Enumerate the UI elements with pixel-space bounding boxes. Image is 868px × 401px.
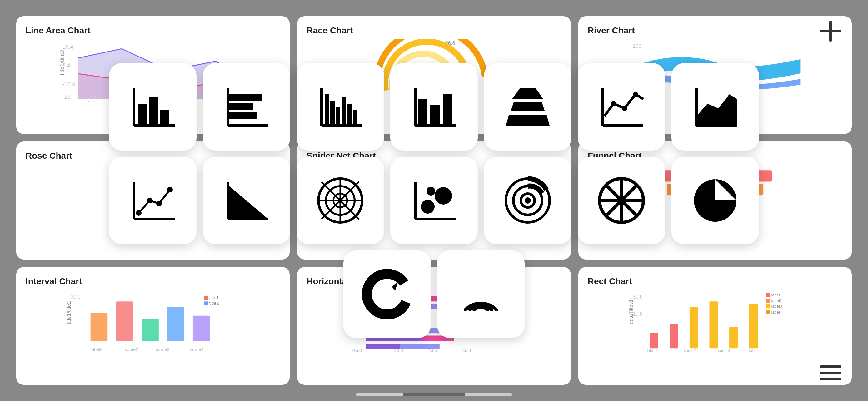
bubble-chart-icon — [409, 175, 459, 226]
svg-point-116 — [633, 92, 638, 97]
plus-icon — [819, 20, 841, 42]
svg-rect-90 — [160, 110, 169, 126]
svg-rect-93 — [228, 94, 262, 101]
donut-chart-icon — [362, 269, 412, 319]
svg-rect-94 — [228, 103, 253, 110]
bar-chart-icon-btn[interactable] — [109, 63, 196, 151]
svg-point-122 — [136, 210, 142, 216]
radar-icon — [315, 175, 365, 226]
svg-marker-119 — [696, 94, 737, 126]
hamburger-line-3 — [819, 378, 841, 380]
target-icon — [503, 175, 553, 226]
target-icon-btn[interactable] — [484, 157, 571, 244]
svg-marker-128 — [228, 185, 269, 219]
svg-rect-95 — [228, 112, 257, 119]
line-chart-icon-btn[interactable] — [578, 63, 665, 151]
svg-rect-108 — [443, 94, 452, 126]
line-chart-icon — [596, 82, 647, 132]
grouped-bar-icon — [315, 82, 365, 132]
svg-rect-103 — [353, 110, 357, 126]
scrollbar-track[interactable] — [356, 393, 512, 396]
svg-rect-100 — [336, 107, 340, 126]
svg-point-125 — [167, 187, 173, 192]
scrollbar-thumb[interactable] — [403, 393, 465, 396]
bubble-chart-icon-btn[interactable] — [390, 157, 478, 244]
svg-rect-102 — [347, 104, 351, 126]
hamburger-line-2 — [819, 372, 841, 374]
area-chart-icon-btn[interactable] — [672, 63, 759, 151]
radar-icon-btn[interactable] — [297, 157, 384, 244]
hamburger-line-1 — [819, 365, 841, 368]
svg-point-153 — [367, 274, 407, 314]
column-chart-icon-btn[interactable] — [390, 63, 478, 151]
arc-chart-icon-btn[interactable] — [437, 250, 525, 338]
svg-point-141 — [427, 187, 435, 196]
svg-rect-106 — [418, 99, 427, 126]
svg-point-140 — [435, 187, 452, 205]
svg-marker-154 — [392, 282, 398, 291]
icon-row-2 — [109, 157, 759, 244]
pyramid-icon — [503, 82, 553, 132]
icon-overlay — [0, 0, 868, 401]
svg-point-136 — [338, 198, 343, 203]
donut-chart-icon-btn[interactable] — [343, 250, 431, 338]
svg-point-145 — [525, 197, 531, 204]
icon-row-3 — [343, 250, 525, 338]
svg-point-114 — [611, 101, 616, 106]
scatter-line-icon — [128, 175, 178, 226]
grouped-bar-icon-btn[interactable] — [297, 63, 384, 151]
cross-circle-icon — [596, 175, 647, 226]
svg-marker-111 — [506, 114, 550, 126]
hamburger-button[interactable] — [818, 364, 843, 382]
pyramid-icon-btn[interactable] — [484, 63, 571, 151]
pie-chart-icon-btn[interactable] — [672, 157, 759, 244]
svg-rect-98 — [324, 94, 329, 126]
svg-point-115 — [622, 106, 627, 111]
bar-chart-icon — [128, 82, 178, 132]
svg-rect-99 — [330, 101, 335, 126]
column-chart-icon — [409, 82, 459, 132]
icon-row-1 — [109, 63, 759, 151]
scatter-line-icon-btn[interactable] — [109, 157, 196, 244]
svg-point-123 — [147, 198, 153, 203]
hbar-chart-icon — [221, 82, 272, 132]
svg-point-139 — [421, 200, 435, 213]
svg-rect-101 — [342, 97, 346, 126]
svg-rect-88 — [138, 104, 147, 126]
pie-chart-icon — [690, 175, 740, 226]
svg-point-124 — [156, 201, 162, 206]
svg-rect-107 — [430, 105, 440, 126]
area-chart-icon — [690, 82, 740, 132]
svg-marker-110 — [510, 102, 545, 111]
arc-chart-icon — [456, 269, 506, 319]
svg-marker-109 — [512, 88, 544, 99]
plus-button[interactable] — [818, 19, 843, 44]
hbar-chart-icon-btn[interactable] — [203, 63, 290, 151]
triangle-icon-btn[interactable] — [203, 157, 290, 244]
triangle-icon — [221, 175, 272, 226]
cross-circle-icon-btn[interactable] — [578, 157, 665, 244]
svg-rect-89 — [149, 97, 158, 126]
